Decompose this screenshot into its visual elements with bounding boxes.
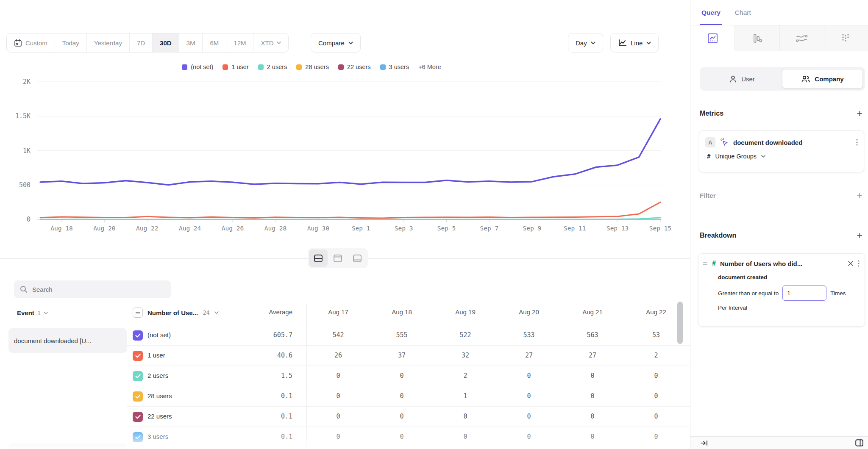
svg-text:Aug 28: Aug 28 — [264, 225, 287, 232]
svg-text:Aug 26: Aug 26 — [222, 225, 244, 232]
table-row[interactable]: 28 users0.1001000 — [127, 386, 690, 407]
range-yesterday[interactable]: Yesterday — [87, 33, 130, 52]
line-chart[interactable]: 05001K1.5K2KAug 18Aug 20Aug 22Aug 24Aug … — [0, 76, 690, 239]
svg-text:Aug 24: Aug 24 — [179, 225, 201, 232]
toggle-company[interactable]: Company — [782, 69, 863, 89]
chart-only-view-icon — [333, 254, 342, 263]
legend-item[interactable]: 1 user — [223, 64, 248, 70]
check-icon — [135, 394, 141, 399]
more-charts-grid-type-button[interactable] — [824, 25, 868, 51]
table-column-divider — [306, 304, 307, 449]
compare-button[interactable]: Compare — [311, 33, 361, 53]
row-checkbox[interactable] — [133, 330, 143, 341]
add-filter-button[interactable]: + — [857, 191, 865, 200]
legend-item[interactable]: 2 users — [258, 64, 287, 70]
metric-letter-badge: A — [705, 137, 715, 147]
flow-chart-type-button[interactable] — [780, 25, 824, 51]
table-scrollbar[interactable] — [677, 302, 683, 344]
close-icon[interactable] — [848, 261, 854, 266]
table-only-view-button[interactable] — [348, 249, 367, 267]
search-box[interactable] — [14, 280, 171, 298]
chevron-down-icon — [591, 42, 595, 44]
add-metric-button[interactable]: + — [857, 109, 865, 118]
range-30d[interactable]: 30D — [153, 33, 179, 52]
table-row[interactable]: 22 users0.1000000 — [127, 407, 690, 427]
legend-item[interactable]: 28 users — [296, 64, 329, 70]
svg-text:Sep 11: Sep 11 — [564, 225, 586, 232]
legend-item[interactable]: (not set) — [182, 64, 213, 70]
breakdown-card[interactable]: # Number of Users who did... document cr… — [698, 253, 865, 327]
legend-swatch — [338, 64, 344, 70]
row-checkbox[interactable] — [133, 432, 143, 442]
cell-value: 533 — [497, 331, 561, 339]
row-label: 22 users — [147, 413, 172, 420]
tab-chart[interactable]: Chart — [735, 0, 751, 25]
legend-more-button[interactable]: +6 More — [418, 64, 441, 70]
breakdown-event: document created — [718, 274, 860, 280]
group-column-header: Number of Use... 24 — [133, 308, 219, 318]
legend-swatch — [380, 64, 386, 70]
table-row[interactable]: 2 users1.5002000 — [127, 366, 690, 386]
event-column-header[interactable]: Event 1 — [17, 309, 48, 316]
legend-item[interactable]: 22 users — [338, 64, 371, 70]
times-input[interactable] — [782, 285, 826, 301]
split-view-button[interactable] — [309, 249, 328, 267]
column-header-date[interactable]: Aug 19 — [434, 308, 497, 316]
row-checkbox[interactable] — [133, 371, 143, 381]
range-7d[interactable]: 7D — [130, 33, 153, 52]
interval-button[interactable]: Day — [568, 33, 603, 53]
drag-handle-icon[interactable] — [703, 261, 708, 266]
bar-chart-type-button[interactable] — [735, 25, 779, 51]
table-row[interactable]: 1 user40.626373227272 — [127, 346, 690, 366]
range-6m[interactable]: 6M — [203, 33, 226, 52]
compare-label: Compare — [318, 39, 345, 47]
toggle-user[interactable]: User — [702, 69, 782, 89]
table-row[interactable]: 3 users0.1000000 — [127, 427, 690, 447]
row-checkbox[interactable] — [133, 391, 143, 402]
kebab-menu-icon[interactable] — [856, 139, 858, 146]
metric-card[interactable]: A document downloaded # Unique Groups — [699, 130, 864, 172]
chart-style-button[interactable]: Line — [610, 33, 659, 53]
cell-value: 2 — [624, 352, 688, 359]
row-checkbox[interactable] — [133, 412, 143, 422]
measure-selector[interactable]: # Unique Groups — [707, 153, 858, 160]
svg-text:Sep 1: Sep 1 — [352, 225, 370, 232]
column-header-date[interactable]: Aug 21 — [561, 308, 624, 316]
event-list-item[interactable] — [8, 443, 127, 449]
table-only-view-icon — [353, 254, 362, 263]
column-header-date[interactable]: Aug 20 — [497, 308, 561, 316]
svg-text:500: 500 — [19, 181, 31, 189]
side-panel-icon[interactable] — [855, 439, 863, 446]
column-header-date[interactable]: Aug 18 — [370, 308, 434, 316]
row-checkbox[interactable] — [133, 351, 143, 361]
range-custom[interactable]: Custom — [7, 33, 55, 52]
range-12m[interactable]: 12M — [226, 33, 253, 52]
event-list-item[interactable]: document downloaded [U... — [8, 328, 127, 353]
line-chart-type-button[interactable] — [690, 25, 735, 51]
range-3m[interactable]: 3M — [179, 33, 203, 52]
entity-toggle: User Company — [700, 67, 865, 91]
add-breakdown-button[interactable]: + — [857, 231, 865, 240]
cell-average: 0.1 — [225, 392, 292, 400]
search-input[interactable] — [32, 286, 159, 293]
svg-text:Sep 5: Sep 5 — [437, 225, 456, 232]
legend-item[interactable]: 3 users — [380, 64, 409, 70]
cell-value: 0 — [624, 372, 688, 380]
tab-query[interactable]: Query — [701, 0, 721, 25]
svg-text:Sep 7: Sep 7 — [480, 225, 499, 232]
column-header-average[interactable]: Average — [225, 308, 292, 316]
column-header-date[interactable]: Aug 17 — [306, 308, 370, 316]
indeterminate-dash-icon — [136, 312, 140, 313]
svg-text:Aug 22: Aug 22 — [136, 225, 158, 232]
range-today[interactable]: Today — [55, 33, 87, 52]
group-header-label: Number of Use... — [147, 309, 198, 316]
table-row[interactable]: (not set)605.754255552253356353 — [127, 325, 690, 346]
svg-text:Aug 30: Aug 30 — [307, 225, 329, 232]
group-count: 24 — [203, 309, 210, 316]
kebab-menu-icon[interactable] — [858, 260, 860, 267]
query-panel: Query Chart User Company Metrics + A doc… — [690, 0, 868, 449]
range-xtd[interactable]: XTD — [253, 33, 288, 52]
select-all-checkbox[interactable] — [133, 308, 143, 318]
collapse-panel-icon[interactable] — [701, 440, 708, 446]
chart-only-view-button[interactable] — [328, 249, 347, 267]
